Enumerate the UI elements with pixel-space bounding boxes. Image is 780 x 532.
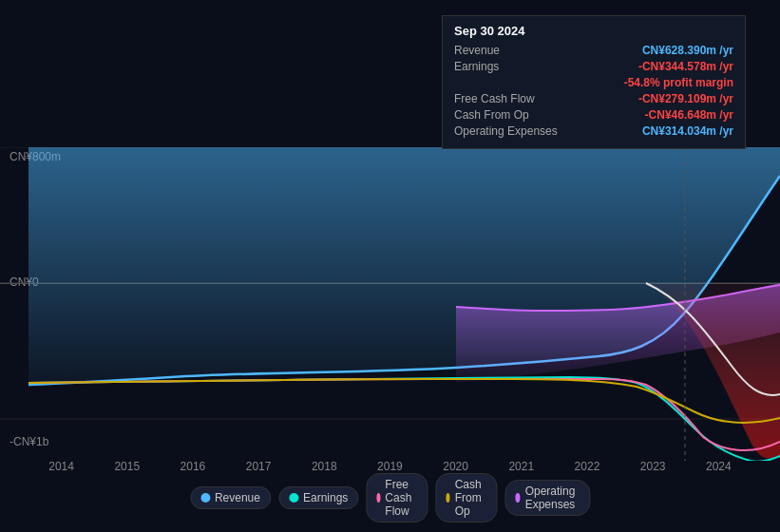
tooltip-value-fcf: -CN¥279.109m /yr (638, 92, 733, 105)
x-label-2023: 2023 (640, 460, 666, 473)
tooltip-value-revenue: CN¥628.390m /yr (642, 44, 733, 57)
x-label-2019: 2019 (377, 460, 403, 473)
x-label-2017: 2017 (246, 460, 272, 473)
tooltip-value-profit-margin: -54.8% profit margin (624, 76, 733, 89)
tooltip-label-fcf: Free Cash Flow (454, 92, 535, 105)
legend-label-fcf: Free Cash Flow (385, 478, 417, 518)
fcf-line (29, 379, 780, 450)
tooltip-date: Sep 30 2024 (454, 24, 733, 38)
x-label-2015: 2015 (114, 460, 140, 473)
legend-item-cfo[interactable]: Cash From Op (435, 473, 497, 522)
tooltip-box: Sep 30 2024 Revenue CN¥628.390m /yr Earn… (442, 15, 746, 149)
x-label-2016: 2016 (181, 460, 206, 473)
cfo-line (29, 379, 780, 423)
legend-dot-fcf (376, 493, 380, 503)
tooltip-label-opex: Operating Expenses (454, 124, 558, 138)
legend-label-opex: Operating Expenses (525, 484, 580, 511)
tooltip-row-cfo: Cash From Op -CN¥46.648m /yr (454, 108, 733, 122)
tooltip-row-earnings: Earnings -CN¥344.578m /yr (454, 60, 733, 73)
x-label-2020: 2020 (443, 460, 468, 473)
legend-label-earnings: Earnings (303, 491, 348, 504)
chart-svg (0, 147, 780, 461)
tooltip-label-revenue: Revenue (454, 44, 500, 57)
x-label-2014: 2014 (48, 460, 74, 473)
legend-item-revenue[interactable]: Revenue (190, 486, 271, 509)
tooltip-row-fcf: Free Cash Flow -CN¥279.109m /yr (454, 92, 733, 105)
legend-dot-earnings (289, 493, 298, 503)
legend-label-revenue: Revenue (215, 491, 260, 504)
legend-dot-opex (515, 493, 520, 503)
tooltip-value-cfo: -CN¥46.648m /yr (645, 108, 733, 122)
x-label-2022: 2022 (575, 460, 600, 473)
x-axis: 2014 2015 2016 2017 2018 2019 2020 2021 … (0, 460, 780, 473)
tooltip-row-opex: Operating Expenses CN¥314.034m /yr (454, 124, 733, 138)
legend: Revenue Earnings Free Cash Flow Cash Fro… (190, 473, 590, 522)
tooltip-row-profit-margin: -54.8% profit margin (454, 76, 733, 89)
legend-item-earnings[interactable]: Earnings (278, 486, 358, 509)
chart-container: Sep 30 2024 Revenue CN¥628.390m /yr Earn… (0, 0, 780, 532)
tooltip-value-earnings: -CN¥344.578m /yr (638, 60, 733, 73)
legend-label-cfo: Cash From Op (455, 478, 487, 518)
x-label-2024: 2024 (706, 460, 732, 473)
tooltip-row-revenue: Revenue CN¥628.390m /yr (454, 44, 733, 57)
tooltip-value-opex: CN¥314.034m /yr (642, 124, 733, 138)
x-label-2021: 2021 (508, 460, 534, 473)
legend-item-fcf[interactable]: Free Cash Flow (366, 473, 428, 522)
tooltip-label-earnings: Earnings (454, 60, 499, 73)
legend-item-opex[interactable]: Operating Expenses (504, 480, 590, 516)
legend-dot-cfo (446, 493, 449, 503)
legend-dot-revenue (200, 493, 210, 503)
x-label-2018: 2018 (312, 460, 337, 473)
tooltip-label-cfo: Cash From Op (454, 108, 529, 122)
